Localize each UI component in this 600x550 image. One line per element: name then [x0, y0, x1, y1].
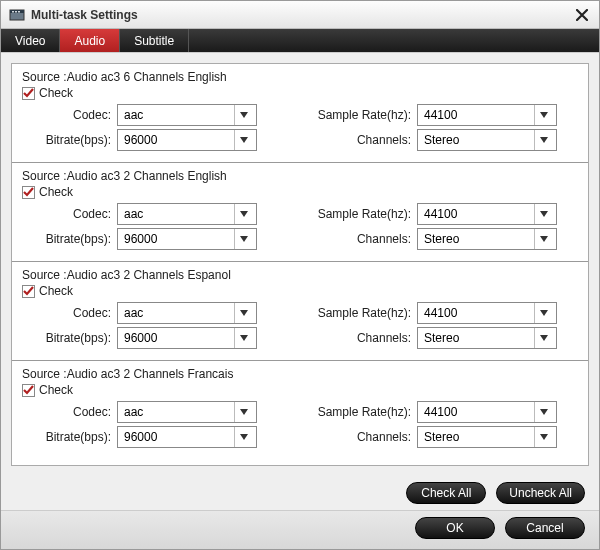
check-label: Check [39, 185, 73, 199]
track-block: Source :Audio ac3 2 Channels English Che… [12, 163, 588, 262]
chevron-down-icon [534, 303, 552, 323]
check-toggle[interactable] [22, 87, 35, 100]
track-block: Source :Audio ac3 2 Channels Francais Ch… [12, 361, 588, 459]
chevron-down-icon [234, 328, 252, 348]
samplerate-value: 44100 [424, 405, 457, 419]
check-toggle[interactable] [22, 186, 35, 199]
codec-select[interactable]: aac [117, 302, 257, 324]
source-label: Source :Audio ac3 2 Channels English [22, 169, 578, 183]
app-icon [9, 7, 25, 23]
samplerate-select[interactable]: 44100 [417, 401, 557, 423]
bitrate-select[interactable]: 96000 [117, 129, 257, 151]
channels-label: Channels: [302, 232, 417, 246]
samplerate-select[interactable]: 44100 [417, 203, 557, 225]
tracks-panel: Source :Audio ac3 6 Channels English Che… [11, 63, 589, 466]
samplerate-value: 44100 [424, 306, 457, 320]
samplerate-label: Sample Rate(hz): [302, 405, 417, 419]
codec-select[interactable]: aac [117, 203, 257, 225]
chevron-down-icon [234, 204, 252, 224]
codec-value: aac [124, 207, 143, 221]
tab-bar: Video Audio Subtitle [1, 29, 599, 53]
chevron-down-icon [234, 303, 252, 323]
channels-select[interactable]: Stereo [417, 129, 557, 151]
codec-label: Codec: [22, 108, 117, 122]
codec-value: aac [124, 405, 143, 419]
codec-label: Codec: [22, 207, 117, 221]
chevron-down-icon [534, 204, 552, 224]
bitrate-label: Bitrate(bps): [22, 430, 117, 444]
tab-subtitle[interactable]: Subtitle [120, 29, 189, 52]
check-toggle[interactable] [22, 285, 35, 298]
codec-select[interactable]: aac [117, 401, 257, 423]
bitrate-value: 96000 [124, 133, 157, 147]
svg-rect-3 [15, 11, 17, 13]
cancel-button[interactable]: Cancel [505, 517, 585, 539]
channels-value: Stereo [424, 133, 459, 147]
titlebar: Multi-task Settings [1, 1, 599, 29]
chevron-down-icon [534, 229, 552, 249]
channels-value: Stereo [424, 232, 459, 246]
check-toggle[interactable] [22, 384, 35, 397]
channels-label: Channels: [302, 133, 417, 147]
svg-rect-2 [12, 11, 14, 13]
chevron-down-icon [534, 427, 552, 447]
bitrate-label: Bitrate(bps): [22, 331, 117, 345]
bitrate-value: 96000 [124, 430, 157, 444]
samplerate-label: Sample Rate(hz): [302, 306, 417, 320]
chevron-down-icon [234, 229, 252, 249]
chevron-down-icon [234, 105, 252, 125]
tab-video[interactable]: Video [1, 29, 60, 52]
uncheck-all-button[interactable]: Uncheck All [496, 482, 585, 504]
content-area: Source :Audio ac3 6 Channels English Che… [1, 53, 599, 476]
channels-label: Channels: [302, 331, 417, 345]
check-label: Check [39, 284, 73, 298]
samplerate-value: 44100 [424, 207, 457, 221]
samplerate-select[interactable]: 44100 [417, 104, 557, 126]
window-title: Multi-task Settings [31, 8, 573, 22]
source-label: Source :Audio ac3 2 Channels Francais [22, 367, 578, 381]
check-label: Check [39, 86, 73, 100]
channels-value: Stereo [424, 331, 459, 345]
codec-label: Codec: [22, 405, 117, 419]
codec-value: aac [124, 108, 143, 122]
bitrate-value: 96000 [124, 232, 157, 246]
chevron-down-icon [534, 105, 552, 125]
chevron-down-icon [534, 130, 552, 150]
svg-rect-4 [18, 11, 20, 13]
samplerate-label: Sample Rate(hz): [302, 207, 417, 221]
settings-window: Multi-task Settings Video Audio Subtitle… [0, 0, 600, 550]
channels-label: Channels: [302, 430, 417, 444]
codec-label: Codec: [22, 306, 117, 320]
track-block: Source :Audio ac3 2 Channels Espanol Che… [12, 262, 588, 361]
samplerate-select[interactable]: 44100 [417, 302, 557, 324]
bitrate-select[interactable]: 96000 [117, 228, 257, 250]
source-label: Source :Audio ac3 2 Channels Espanol [22, 268, 578, 282]
codec-select[interactable]: aac [117, 104, 257, 126]
channels-select[interactable]: Stereo [417, 327, 557, 349]
samplerate-label: Sample Rate(hz): [302, 108, 417, 122]
chevron-down-icon [534, 402, 552, 422]
chevron-down-icon [234, 427, 252, 447]
bitrate-select[interactable]: 96000 [117, 426, 257, 448]
channels-select[interactable]: Stereo [417, 426, 557, 448]
bitrate-value: 96000 [124, 331, 157, 345]
footer-check-buttons: Check All Uncheck All [1, 476, 599, 510]
chevron-down-icon [534, 328, 552, 348]
channels-value: Stereo [424, 430, 459, 444]
channels-select[interactable]: Stereo [417, 228, 557, 250]
bitrate-select[interactable]: 96000 [117, 327, 257, 349]
samplerate-value: 44100 [424, 108, 457, 122]
chevron-down-icon [234, 130, 252, 150]
codec-value: aac [124, 306, 143, 320]
bitrate-label: Bitrate(bps): [22, 133, 117, 147]
check-all-button[interactable]: Check All [406, 482, 486, 504]
tab-audio[interactable]: Audio [60, 29, 120, 52]
bitrate-label: Bitrate(bps): [22, 232, 117, 246]
track-block: Source :Audio ac3 6 Channels English Che… [12, 64, 588, 163]
check-label: Check [39, 383, 73, 397]
ok-button[interactable]: OK [415, 517, 495, 539]
footer-dialog-buttons: OK Cancel [1, 510, 599, 549]
close-icon[interactable] [573, 6, 591, 24]
chevron-down-icon [234, 402, 252, 422]
source-label: Source :Audio ac3 6 Channels English [22, 70, 578, 84]
